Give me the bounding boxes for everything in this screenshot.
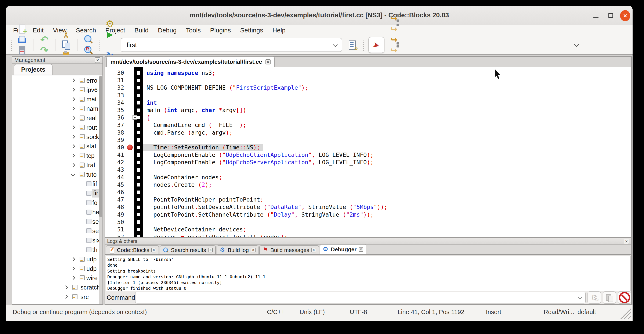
logs-tab-code-blocks[interactable]: Code::Blocks× [106, 245, 159, 254]
code-line-44[interactable]: 44 NodeContainer nodes; [105, 174, 631, 181]
toolbar-expand-chevron-icon[interactable] [574, 41, 580, 47]
copy-log-button[interactable] [603, 291, 616, 304]
tree-item-se[interactable]: se [12, 217, 100, 226]
command-input[interactable] [135, 292, 586, 303]
logs-tab-build-messages[interactable]: Build messages× [259, 245, 319, 254]
code-line-46[interactable]: 46 [105, 188, 631, 196]
code-line-49[interactable]: 49 pointToPoint.SetChannelAttribute ("De… [105, 211, 631, 218]
build-and-run-icon[interactable] [104, 40, 115, 50]
menu-settings[interactable]: Settings [240, 27, 263, 34]
logs-close-icon[interactable]: × [624, 239, 629, 244]
tree-item-sock[interactable]: sock [12, 132, 100, 142]
chevron-right-icon[interactable] [64, 285, 68, 289]
menu-tools[interactable]: Tools [186, 27, 201, 34]
logs-tab-close-icon[interactable]: × [312, 248, 316, 252]
chevron-right-icon[interactable] [71, 97, 75, 101]
code-line-43[interactable]: 43 [105, 166, 631, 173]
logs-tab-close-icon[interactable]: × [208, 248, 213, 252]
copy-icon[interactable] [61, 40, 72, 50]
cut-icon[interactable] [61, 29, 72, 40]
code-line-45[interactable]: 45 nodes.Create (2); [105, 181, 631, 188]
tree-item-stat[interactable]: stat [12, 142, 100, 151]
close-button[interactable]: × [620, 11, 630, 21]
maximize-button[interactable] [606, 11, 616, 21]
chevron-right-icon[interactable] [71, 266, 75, 271]
code-line-30[interactable]: 30using namespace ns3; [105, 69, 631, 77]
code-line-39[interactable]: 39 [105, 136, 631, 144]
chevron-right-icon[interactable] [71, 116, 75, 120]
tree-item-tuto[interactable]: tuto [12, 170, 100, 179]
tree-item-udp[interactable]: udp [12, 255, 100, 264]
next-line-icon[interactable] [388, 24, 399, 34]
menu-edit[interactable]: Edit [32, 27, 44, 34]
code-line-36[interactable]: 36{ [105, 114, 631, 121]
chevron-right-icon[interactable] [71, 144, 75, 148]
chevron-right-icon[interactable] [71, 88, 75, 92]
step-into-icon[interactable] [388, 34, 399, 45]
tree-item-fif[interactable]: fif [12, 179, 100, 189]
tree-scrollbar[interactable] [99, 76, 102, 304]
code-line-31[interactable]: 31 [105, 77, 631, 84]
build-target-combo[interactable]: first [121, 38, 342, 52]
tree-item-wire[interactable]: wire [12, 273, 100, 283]
management-close-icon[interactable]: × [95, 58, 100, 63]
stop-debugger-button[interactable] [618, 291, 631, 304]
chevron-right-icon[interactable] [64, 294, 68, 299]
toolbar-grip[interactable] [10, 39, 12, 51]
tree-item-erro[interactable]: erro [12, 76, 100, 85]
code-line-51[interactable]: 51 NetDeviceContainer devices; [105, 226, 631, 233]
logs-tab-close-icon[interactable]: × [151, 248, 156, 252]
menu-help[interactable]: Help [272, 27, 286, 34]
tree-item-real[interactable]: real [12, 114, 100, 123]
tree-item-traf[interactable]: traf [12, 161, 100, 170]
toolbar-grip[interactable] [98, 39, 100, 51]
debugger-settings-button[interactable] [588, 291, 601, 304]
undo-icon[interactable] [39, 34, 50, 45]
open-file-icon[interactable] [17, 34, 28, 45]
find-icon[interactable] [83, 34, 94, 45]
code-line-52[interactable]: 52 devices = pointToPoint.Install (nodes… [105, 233, 631, 238]
toolbar-grip[interactable] [363, 39, 364, 51]
logs-tab-search-results[interactable]: Search results× [160, 245, 216, 254]
logs-tab-close-icon[interactable]: × [358, 247, 363, 252]
resize-grip[interactable] [618, 307, 631, 319]
chevron-right-icon[interactable] [71, 257, 75, 261]
logs-tab-debugger[interactable]: Debugger× [320, 244, 366, 254]
chevron-right-icon[interactable] [71, 153, 75, 158]
save-icon[interactable] [17, 45, 28, 56]
tree-scrollbar-thumb[interactable] [99, 76, 102, 217]
chevron-down-icon[interactable] [71, 172, 75, 177]
chevron-right-icon[interactable] [71, 78, 75, 83]
code-line-40[interactable]: 40 Time::SetResolution (Time::NS); [105, 144, 631, 151]
run-to-cursor-icon[interactable] [388, 13, 399, 24]
tree-item-se[interactable]: se [12, 226, 100, 236]
step-out-icon[interactable] [388, 45, 399, 56]
editor-tab-first-cc[interactable]: mnt/dev/tools/source/ns-3-dev/examples/t… [106, 56, 275, 67]
breakpoint-icon[interactable] [127, 145, 133, 150]
build-target-options-button[interactable] [348, 40, 358, 50]
code-line-48[interactable]: 48 pointToPoint.SetDeviceAttribute ("Dat… [105, 203, 631, 211]
debugger-output[interactable]: Setting SHELL to '/bin/sh'doneSetting br… [106, 256, 630, 291]
tree-item-src[interactable]: src [12, 292, 100, 301]
chevron-right-icon[interactable] [71, 135, 75, 139]
chevron-right-icon[interactable] [71, 276, 75, 280]
menu-build[interactable]: Build [134, 27, 148, 34]
replace-icon[interactable] [83, 45, 94, 56]
tree-item-he[interactable]: he [12, 208, 100, 217]
tab-projects[interactable]: Projects [14, 64, 52, 75]
tree-item-nam[interactable]: nam [12, 104, 100, 113]
build-icon[interactable] [104, 19, 115, 29]
code-line-38[interactable]: 38 cmd.Parse (argc, argv); [105, 129, 631, 136]
code-line-35[interactable]: 35main (int argc, char *argv[]) [105, 106, 631, 114]
chevron-right-icon[interactable] [71, 106, 75, 111]
code-line-33[interactable]: 33 [105, 92, 631, 99]
debug-continue-button[interactable] [368, 37, 384, 53]
code-line-37[interactable]: 37 CommandLine cmd (__FILE__); [105, 121, 631, 129]
code-line-50[interactable]: 50 [105, 218, 631, 226]
tree-item-mat[interactable]: mat [12, 95, 100, 104]
tree-item-rout[interactable]: rout [12, 123, 100, 132]
menu-plugins[interactable]: Plugins [210, 27, 231, 34]
chevron-right-icon[interactable] [71, 125, 75, 130]
tree-item-tcp[interactable]: tcp [12, 151, 100, 160]
tree-item-fo[interactable]: fo [12, 198, 100, 207]
